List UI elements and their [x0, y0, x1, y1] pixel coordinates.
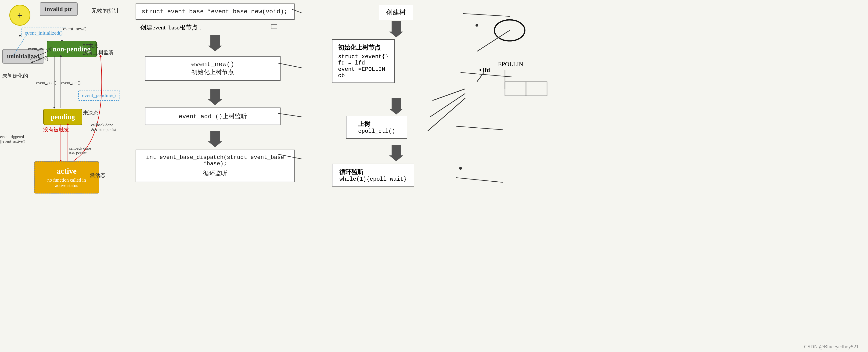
svg-rect-36 [271, 25, 277, 29]
uninitialized-label: 未初始化的 [2, 72, 28, 79]
svg-rect-47 [526, 82, 547, 96]
svg-rect-46 [505, 82, 526, 96]
active-box: active no function called inactive statu… [34, 161, 99, 194]
state-diagram: + invalid ptr 无效的指针 event_initialized() … [0, 0, 131, 352]
svg-line-51 [456, 126, 503, 130]
svg-text:|| event_active(): || event_active() [0, 139, 25, 143]
active-sub-label: no function called inactive status [39, 178, 94, 188]
active-state-label: 激活态 [90, 172, 105, 179]
lfd-annotation: • lfd [479, 67, 490, 74]
svg-point-40 [494, 20, 525, 41]
svg-line-34 [278, 114, 302, 117]
svg-text:callback done: callback done [91, 123, 113, 127]
svg-text:&& persist: && persist [69, 151, 87, 155]
svg-line-49 [463, 13, 509, 17]
pending-state-label: 未决态 [83, 109, 98, 117]
svg-line-45 [428, 98, 465, 131]
middle-flow-section: struct event_base *event_base_new(void);… [133, 0, 302, 352]
arrow-1 [208, 35, 222, 52]
svg-line-52 [456, 178, 503, 182]
watermark: CSDN @Blueeyedboy521 [804, 344, 859, 350]
start-circle: + [9, 5, 30, 26]
svg-text:event_del(): event_del() [61, 81, 81, 85]
flow-box-event-new: event_new() 初始化上树节点 [145, 56, 281, 81]
right-arrow-2 [389, 98, 403, 116]
non-pending-no-monitor: 没有上树监听 [83, 49, 114, 56]
flow-box-event-add: event_add ()上树监听 [145, 107, 281, 125]
svg-marker-30 [208, 89, 222, 105]
svg-text:event_new(): event_new() [63, 26, 87, 32]
svg-marker-13 [53, 107, 55, 109]
svg-marker-37 [389, 21, 403, 37]
epollin-annotation: EPOLLIN [498, 61, 523, 68]
svg-text:event triggered: event triggered [0, 134, 24, 139]
arrow-3 [208, 131, 222, 148]
event-pending-box: event_pending() [78, 90, 120, 101]
right-flow-section: 创建树 初始化上树节点 struct xevent{} fd = lfd eve… [302, 0, 868, 352]
active-label: active [39, 167, 94, 175]
pending-box: pending [43, 109, 82, 125]
svg-point-53 [459, 167, 462, 170]
create-tree-box: 创建树 [379, 5, 413, 20]
svg-marker-1 [19, 35, 21, 37]
pending-not-triggered: 没有被触发 [43, 126, 69, 133]
svg-marker-38 [389, 98, 403, 115]
arrow-2 [208, 89, 222, 106]
invalid-ptr-label: 无效的指针 [91, 7, 119, 14]
uninitialized-box: uninitialized [2, 49, 44, 64]
flow-box-dispatch: int event_base_dispatch(struct event_bas… [135, 150, 294, 182]
epoll-ctl-box: 上树 epoll_ctl() [346, 116, 407, 138]
event-initialized-box: event_initialized() [21, 28, 66, 38]
non-pending-state-label: 非末态 [83, 42, 98, 50]
right-arrow-1 [389, 21, 403, 38]
right-arrow-3 [389, 145, 403, 162]
svg-line-33 [278, 63, 302, 68]
svg-text:callback done: callback done [69, 146, 91, 151]
loop-monitor-box: 循环监听 while(1){epoll_wait} [332, 164, 414, 187]
svg-marker-39 [389, 145, 403, 161]
svg-marker-31 [208, 131, 222, 147]
svg-marker-29 [208, 35, 222, 52]
svg-line-44 [430, 94, 465, 117]
init-tree-node-box: 初始化上树节点 struct xevent{} fd = lfd event =… [332, 39, 395, 83]
svg-text:&& non-persist: && non-persist [91, 127, 116, 132]
ellipse-annotation [493, 19, 526, 43]
main-canvas: + invalid ptr 无效的指针 event_initialized() … [0, 0, 868, 352]
svg-text:event_add(): event_add() [36, 81, 56, 85]
invalid-ptr-box: invalid ptr [40, 2, 78, 16]
svg-point-54 [475, 24, 478, 27]
create-event-base-label: 创建event_base根节点， [140, 23, 204, 32]
svg-line-42 [477, 72, 484, 82]
flow-box-event-base-new: struct event_base *event_base_new(void); [135, 3, 294, 20]
svg-line-43 [432, 89, 465, 100]
